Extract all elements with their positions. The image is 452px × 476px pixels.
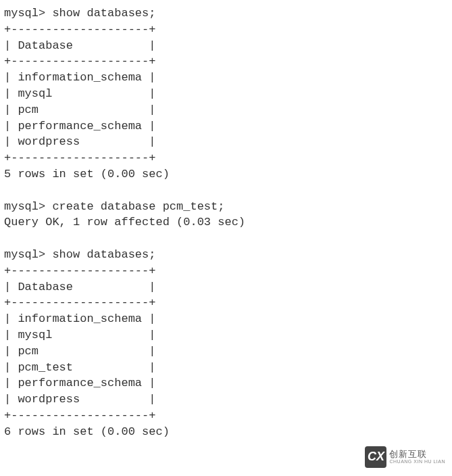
- result-text: 5 rows in set (0.00 sec): [4, 168, 170, 181]
- result-text: 6 rows in set (0.00 sec): [4, 425, 170, 438]
- table-border: +--------------------+: [4, 55, 155, 68]
- result-text: Query OK, 1 row affected (0.03 sec): [4, 216, 245, 229]
- table-row: | pcm |: [4, 103, 155, 116]
- watermark: CX 创新互联 CHUANG XIN HU LIAN: [365, 446, 445, 468]
- table-row: | performance_schema |: [4, 377, 155, 389]
- table-header: | Database |: [4, 39, 155, 52]
- table-border: +--------------------+: [4, 151, 155, 164]
- command: show databases;: [52, 7, 155, 20]
- watermark-en: CHUANG XIN HU LIAN: [389, 459, 445, 465]
- table-row: | information_schema |: [4, 312, 155, 325]
- watermark-text: 创新互联 CHUANG XIN HU LIAN: [389, 450, 445, 465]
- table-border: +--------------------+: [4, 23, 155, 36]
- table-row: | wordpress |: [4, 135, 155, 148]
- prompt: mysql>: [4, 248, 45, 261]
- table-row: | pcm_test |: [4, 361, 155, 374]
- table-header: | Database |: [4, 281, 155, 293]
- table-row: | pcm |: [4, 345, 155, 358]
- watermark-logo-icon: CX: [365, 446, 386, 468]
- table-row: | performance_schema |: [4, 120, 155, 133]
- table-border: +--------------------+: [4, 296, 155, 309]
- table-row: | information_schema |: [4, 71, 155, 84]
- table-border: +--------------------+: [4, 409, 155, 422]
- table-row: | mysql |: [4, 87, 155, 100]
- table-border: +--------------------+: [4, 264, 155, 277]
- table-row: | mysql |: [4, 329, 155, 341]
- terminal-output: mysql> show databases; +----------------…: [4, 5, 448, 440]
- watermark-zh: 创新互联: [389, 450, 445, 459]
- table-row: | wordpress |: [4, 393, 155, 406]
- command: show databases;: [52, 248, 155, 261]
- prompt: mysql>: [4, 200, 45, 213]
- prompt: mysql>: [4, 7, 45, 20]
- command: create database pcm_test;: [52, 200, 224, 213]
